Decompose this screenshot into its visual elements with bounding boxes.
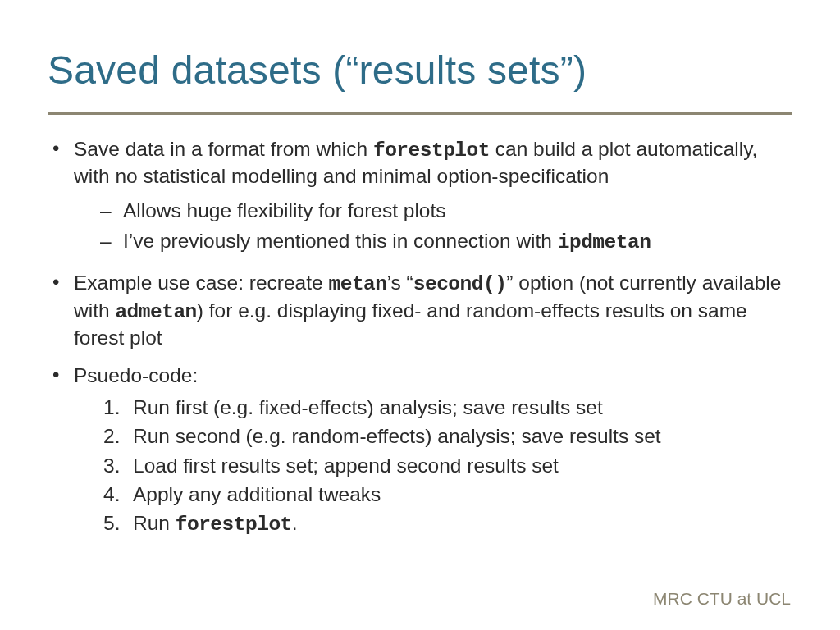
text: ’s “ — [387, 272, 413, 294]
sub-bullet: Allows huge flexibility for forest plots — [100, 198, 792, 223]
slide: Saved datasets (“results sets”) Save dat… — [0, 0, 840, 630]
text: Save data in a format from which — [74, 138, 373, 160]
step-4: Apply any additional tweaks — [103, 482, 792, 507]
steps-list: Run first (e.g. fixed-effects) analysis;… — [74, 395, 792, 538]
text: I’ve previously mentioned this in connec… — [123, 230, 558, 252]
text: Psuedo-code: — [74, 364, 198, 386]
text: . — [292, 512, 298, 534]
code-admetan: admetan — [115, 301, 196, 323]
divider — [48, 112, 792, 115]
step-1: Run first (e.g. fixed-effects) analysis;… — [103, 395, 792, 420]
code-metan: metan — [329, 273, 387, 295]
sub-list: Allows huge flexibility for forest plots… — [74, 198, 792, 256]
step-5: Run forestplot. — [103, 510, 792, 537]
code-forestplot: forestplot — [176, 514, 292, 536]
slide-title: Saved datasets (“results sets”) — [48, 48, 792, 93]
code-second: second() — [413, 273, 507, 295]
step-2: Run second (e.g. random-effects) analysi… — [103, 423, 792, 449]
bullet-list: Save data in a format from which forestp… — [48, 136, 792, 538]
bullet-3: Psuedo-code: Run first (e.g. fixed-effec… — [48, 363, 792, 538]
footer: MRC CTU at UCL — [653, 589, 791, 609]
code-forestplot: forestplot — [373, 139, 490, 162]
sub-bullet: I’ve previously mentioned this in connec… — [100, 228, 792, 255]
code-ipdmetan: ipdmetan — [558, 231, 651, 253]
bullet-2: Example use case: recreate metan’s “seco… — [48, 270, 792, 350]
text: Example use case: recreate — [74, 272, 329, 294]
step-3: Load first results set; append second re… — [103, 453, 792, 478]
slide-content: Save data in a format from which forestp… — [48, 136, 792, 538]
text: Run — [133, 512, 176, 534]
bullet-1: Save data in a format from which forestp… — [48, 136, 792, 255]
